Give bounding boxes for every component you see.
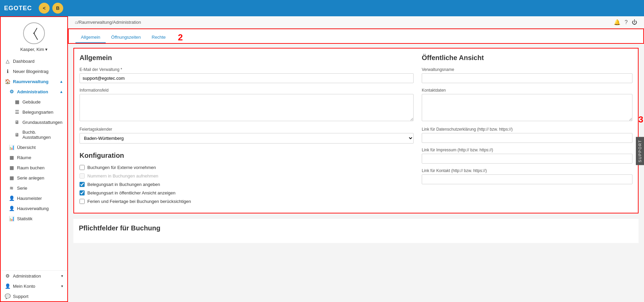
chevron-down-icon-2: ▾ — [61, 284, 63, 288]
form-right: Öffentliche Ansicht Verwaltungsname Kont… — [422, 54, 632, 207]
checkbox-buchungen-externe: Buchungen für Externe vornehmen — [80, 165, 414, 170]
kontakt-link-label: Link für Kontakt (http:// bzw. https://) — [422, 168, 632, 173]
tab-oeffnungszeiten[interactable]: Öffnungszeiten — [106, 32, 146, 43]
sidebar-item-neuer-blogeintrag[interactable]: ℹ Neuer Blogeintrag — [1, 66, 67, 76]
email-input[interactable] — [80, 73, 414, 83]
b-button[interactable]: B — [52, 3, 63, 14]
hausmeister-icon: 👤 — [9, 195, 14, 201]
datenschutz-group: Link für Datenschutzerklärung (http:// b… — [422, 127, 632, 143]
administration-icon: ⚙ — [9, 89, 14, 94]
oeffentliche-ansicht-title: Öffentliche Ansicht — [422, 54, 632, 62]
impressum-label: Link für Impressum (http:// bzw. https:/… — [422, 148, 632, 152]
checkbox-ferien-feiertage-label: Ferien und Feiertage bei Buchungen berüc… — [87, 199, 191, 204]
checkbox-ferien-feiertage: Ferien und Feiertage bei Buchungen berüc… — [80, 199, 414, 204]
pflichtfelder-section: Pflichtfelder für Buchung — [73, 219, 639, 243]
email-label: E-Mail der Verwaltung * — [80, 67, 414, 72]
sidebar-item-serie[interactable]: ≋ Serie — [1, 183, 67, 193]
verwaltungsname-group: Verwaltungsname — [422, 67, 632, 83]
app-logo: EGOTEC — [4, 5, 32, 12]
clock-icon — [23, 22, 45, 44]
main-content: 3 Allgemein E-Mail der Verwaltung * Info… — [68, 44, 644, 302]
power-icon[interactable]: ⏻ — [632, 19, 637, 25]
serie-anlegen-icon: ▦ — [9, 175, 14, 181]
impressum-input[interactable] — [422, 154, 632, 164]
checkbox-buchungen-externe-label: Buchungen für Externe vornehmen — [87, 165, 156, 170]
raeume-icon: ▦ — [9, 155, 14, 160]
administration-bottom-icon: ⚙ — [5, 273, 10, 279]
verwaltungsname-input[interactable] — [422, 73, 632, 83]
sidebar-item-administration-bottom[interactable]: ⚙ Administration ▾ — [1, 271, 67, 281]
checkbox-belegungsart-oeffentlich-label: Belegungsart in öffentlicher Ansicht anz… — [87, 190, 175, 195]
datenschutz-input[interactable] — [422, 133, 632, 143]
breadcrumb-bar: ⌂/Raumverwaltung/Administration 🔔 ? ⏻ — [68, 16, 644, 29]
grundausstattungen-icon: 🖥 — [14, 119, 20, 125]
checkbox-belegungsart-oeffentlich-input[interactable] — [80, 190, 85, 195]
email-group: E-Mail der Verwaltung * — [80, 67, 414, 83]
tab-allgemein[interactable]: Allgemein — [75, 32, 106, 43]
checkbox-belegungsart-buchungen-input[interactable] — [80, 182, 85, 187]
verwaltungsname-label: Verwaltungsname — [422, 67, 632, 72]
red-number-3: 3 — [639, 114, 643, 125]
support-tab[interactable]: SUPPORT — [636, 137, 644, 165]
content-area: ⌂/Raumverwaltung/Administration 🔔 ? ⏻ Al… — [68, 16, 644, 302]
tabs-bar: Allgemein Öffnungszeiten Rechte 2 — [68, 29, 644, 44]
sidebar-item-grundausstattungen[interactable]: 🖥 Grundausstattungen — [1, 117, 67, 127]
checkbox-nummern: Nummern in Buchungen aufnehmen — [80, 173, 414, 178]
sidebar-item-label: Gebäude — [22, 99, 41, 105]
form-container: 3 Allgemein E-Mail der Verwaltung * Info… — [73, 48, 639, 213]
sidebar-item-raumverwaltung[interactable]: 🏠 Raumverwaltung ▲ — [1, 76, 67, 87]
sidebar-item-belegungsarten[interactable]: ☰ Belegungsarten — [1, 107, 67, 117]
sidebar-item-administration[interactable]: ⚙ Administration ▲ — [1, 87, 67, 97]
info-label: Informationsfeld — [80, 88, 414, 93]
sidebar-mein-konto-label: Mein Konto — [13, 284, 35, 289]
back-button[interactable]: < — [39, 3, 50, 14]
sidebar-item-label: Hausmeister — [17, 196, 42, 201]
sidebar-item-mein-konto[interactable]: 👤 Mein Konto ▾ — [1, 281, 67, 291]
help-icon[interactable]: ? — [625, 19, 628, 25]
raumverwaltung-icon: 🏠 — [5, 79, 10, 84]
sidebar-item-hausmeister[interactable]: 👤 Hausmeister — [1, 193, 67, 203]
raum-buchen-icon: ▦ — [9, 165, 14, 170]
checkbox-ferien-feiertage-input[interactable] — [80, 199, 85, 204]
sidebar-item-support[interactable]: 💬 Support — [1, 291, 67, 301]
sidebar-item-serie-anlegen[interactable]: ▦ Serie anlegen — [1, 173, 67, 183]
feiertagskalender-label: Feiertagskalender — [80, 127, 414, 132]
gebaeude-icon: ▦ — [14, 99, 20, 105]
dashboard-icon: △ — [5, 58, 10, 64]
chevron-up-icon: ▲ — [59, 79, 63, 83]
datenschutz-label: Link für Datenschutzerklärung (http:// b… — [422, 127, 632, 132]
user-menu[interactable]: Kasper, Kim ▾ — [20, 47, 48, 52]
sidebar-item-gebaeude[interactable]: ▦ Gebäude — [1, 97, 67, 107]
impressum-group: Link für Impressum (http:// bzw. https:/… — [422, 148, 632, 164]
sidebar-item-label: Statistik — [17, 216, 33, 221]
sidebar-item-raum-buchen[interactable]: ▦ Raum buchen — [1, 163, 67, 173]
kontaktdaten-group: Kontaktdaten — [422, 88, 632, 122]
bell-icon[interactable]: 🔔 — [614, 19, 621, 25]
checkbox-belegungsart-oeffentlich: Belegungsart in öffentlicher Ansicht anz… — [80, 190, 414, 195]
statistik-icon: 📊 — [9, 216, 14, 221]
info-textarea[interactable] — [80, 94, 414, 121]
mein-konto-icon: 👤 — [5, 283, 10, 289]
kontaktdaten-textarea[interactable] — [422, 94, 632, 121]
sidebar-item-label: Serie anlegen — [17, 175, 44, 181]
pflichtfelder-title: Pflichtfelder für Buchung — [79, 224, 633, 232]
sidebar-item-buchb-ausstattungen[interactable]: 🖥 Buchb. Ausstattungen — [1, 127, 67, 142]
sidebar-item-uebersicht[interactable]: 📊 Übersicht — [1, 142, 67, 152]
sidebar-bottom: ⚙ Administration ▾ 👤 Mein Konto ▾ 💬 Supp… — [1, 270, 67, 301]
sidebar-item-label: Serie — [17, 186, 27, 191]
support-icon: 💬 — [5, 294, 10, 299]
form-left: Allgemein E-Mail der Verwaltung * Inform… — [80, 54, 414, 207]
kontakt-link-input[interactable] — [422, 174, 632, 184]
chevron-up-icon-2: ▲ — [59, 90, 63, 94]
sidebar-item-dashboard[interactable]: △ Dashboard — [1, 56, 67, 66]
checkbox-belegungsart-buchungen-label: Belegungsart in Buchungen angeben — [87, 182, 160, 187]
blog-icon: ℹ — [5, 69, 10, 74]
feiertagskalender-select[interactable]: Baden-Württemberg Bayern Berlin Brandenb… — [80, 133, 414, 144]
sidebar-item-hausverwaltung[interactable]: 👤 Hausverwaltung — [1, 203, 67, 213]
checkbox-buchungen-externe-input[interactable] — [80, 165, 85, 170]
konfiguration-section: Konfiguration Buchungen für Externe vorn… — [80, 152, 414, 204]
sidebar-item-raeume[interactable]: ▦ Räume — [1, 152, 67, 163]
allgemein-title: Allgemein — [80, 54, 414, 62]
sidebar-item-statistik[interactable]: 📊 Statistik — [1, 213, 67, 224]
tab-rechte[interactable]: Rechte — [146, 32, 171, 43]
